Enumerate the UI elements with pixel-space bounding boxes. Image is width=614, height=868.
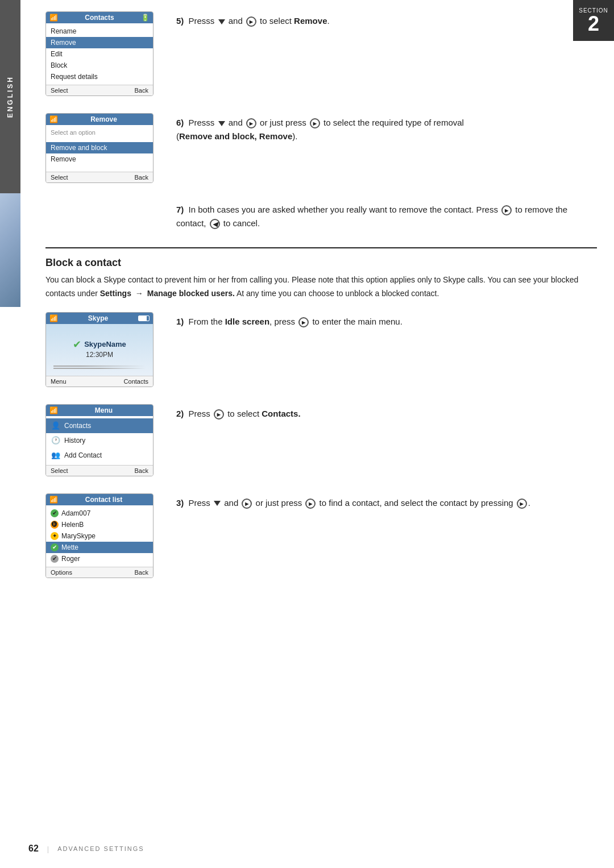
- mette-status-icon: ✔: [51, 543, 59, 551]
- block-step-2-row: 📶 Menu 👤 Contacts 🕐 History 👥: [45, 404, 597, 476]
- idle-footer: Menu Contacts: [46, 376, 153, 387]
- contacts-bold: Contacts.: [262, 409, 300, 418]
- block-step-2-screen: 📶 Menu 👤 Contacts 🕐 History 👥: [45, 404, 159, 476]
- ok-button-icon-3: ►: [310, 118, 320, 128]
- section-badge: SECTION 2: [573, 0, 614, 41]
- block-step-3-screen: 📶 Contact list ✔ Adam007 🅗 HelenB ✦: [45, 493, 159, 578]
- menu-item-remove-only: Remove: [46, 153, 153, 165]
- contact-roger: ✔ Roger: [46, 553, 153, 564]
- idle-title: Skype: [88, 314, 108, 322]
- block-step-3-text: 3) Press and ► or just press ► to find a…: [176, 493, 597, 510]
- footer-options: Options: [51, 569, 72, 576]
- manage-blocked-bold: Manage blocked users.: [147, 289, 235, 298]
- remove-screen: 📶 Remove Select an option Remove and blo…: [45, 113, 154, 183]
- ok-button-icon: ►: [246, 16, 256, 27]
- menu-contacts-label: Contacts: [64, 422, 91, 430]
- contacts-titlebar: 📶 Contacts 🔋: [46, 12, 153, 23]
- step-6-row: 📶 Remove Select an option Remove and blo…: [45, 113, 597, 183]
- remove-footer: Select Back: [46, 172, 153, 182]
- language-tab: ENGLISH: [0, 0, 20, 193]
- mary-name: MarySkype: [61, 532, 96, 540]
- menu-item-remove: Remove: [46, 37, 153, 48]
- menu-titlebar: 📶 Menu: [46, 405, 153, 416]
- step-7-number: 7): [176, 205, 184, 214]
- block-contact-title: Block a contact: [45, 257, 597, 269]
- menu-item-request: Request details: [46, 71, 153, 82]
- main-content: 📶 Contacts 🔋 Rename Remove Edit Block Re…: [28, 0, 614, 607]
- step-6-text: 6) Presss and ► or just press ► to selec…: [176, 113, 597, 143]
- contacts-menu-body: Rename Remove Edit Block Request details: [46, 23, 153, 85]
- history-icon: 🕐: [51, 435, 61, 446]
- signal-icon-2: 📶: [49, 115, 58, 123]
- remove-titlebar: 📶 Remove: [46, 114, 153, 125]
- contact-list-title: Contact list: [85, 496, 122, 504]
- ok-btn-contact-1: ►: [242, 499, 252, 509]
- menu-history-label: History: [64, 437, 85, 445]
- helen-status-icon: 🅗: [51, 521, 59, 529]
- block-step-3-row: 📶 Contact list ✔ Adam007 🅗 HelenB ✦: [45, 493, 597, 578]
- menu-item-block: Block: [46, 60, 153, 71]
- down-arrow-icon-2: [218, 121, 225, 126]
- signal-icon: 📶: [49, 14, 58, 22]
- footer-back-3: Back: [135, 467, 148, 474]
- step-5-number: 5): [176, 16, 184, 26]
- idle-menu: Menu: [51, 378, 67, 385]
- roger-name: Roger: [61, 555, 80, 563]
- footer-back-2: Back: [135, 174, 148, 181]
- adam-status-icon: ✔: [51, 509, 59, 517]
- step-6-number: 6): [176, 118, 184, 127]
- menu-screen: 📶 Menu 👤 Contacts 🕐 History 👥: [45, 404, 154, 476]
- block-step-1-number: 1): [176, 317, 184, 326]
- skype-name-display: SkypeName: [84, 340, 126, 348]
- step-5-bold: Remove: [294, 16, 327, 26]
- signal-icon-4: 📶: [49, 406, 58, 414]
- block-step-3-number: 3): [176, 498, 184, 508]
- signal-icon-3: 📶: [49, 314, 58, 322]
- block-step-1-screen: 📶 Skype ✔ SkypeName 12:30PM Menu: [45, 312, 159, 387]
- contacts-footer: Select Back: [46, 85, 153, 95]
- ok-button-icon-2: ►: [246, 118, 256, 128]
- select-option-label: Select an option: [46, 127, 153, 138]
- section-number: 2: [588, 14, 599, 34]
- step-5-screen: 📶 Contacts 🔋 Rename Remove Edit Block Re…: [45, 11, 159, 96]
- mette-name: Mette: [61, 543, 78, 551]
- menu-add-contact-item: 👥 Add Contact: [46, 448, 153, 463]
- menu-footer: Select Back: [46, 465, 153, 476]
- contact-mette: ✔ Mette: [46, 542, 153, 553]
- idle-screen-bold: Idle screen: [225, 317, 269, 326]
- idle-contacts: Contacts: [124, 378, 148, 385]
- footer-select: Select: [51, 87, 68, 94]
- idle-screen: 📶 Skype ✔ SkypeName 12:30PM Menu: [45, 312, 154, 387]
- step-7-text: 7) In both cases you are asked whether y…: [176, 200, 597, 230]
- contacts-screen: 📶 Contacts 🔋 Rename Remove Edit Block Re…: [45, 11, 154, 96]
- idle-titlebar: 📶 Skype: [46, 313, 153, 324]
- contact-list-screen: 📶 Contact list ✔ Adam007 🅗 HelenB ✦: [45, 493, 154, 578]
- menu-item-rename: Rename: [46, 26, 153, 37]
- contact-mary: ✦ MarySkype: [46, 530, 153, 542]
- battery-bar: [138, 315, 150, 321]
- step-3-and: and: [224, 498, 238, 508]
- arrow-icon: →: [135, 287, 143, 301]
- ok-btn-menu: ►: [214, 409, 224, 420]
- section-divider: [45, 247, 597, 248]
- down-arrow-icon: [218, 19, 225, 24]
- contact-list-titlebar: 📶 Contact list: [46, 494, 153, 505]
- menu-add-contact-label: Add Contact: [64, 451, 102, 459]
- step-5-row: 📶 Contacts 🔋 Rename Remove Edit Block Re…: [45, 11, 597, 96]
- adam-name: Adam007: [61, 509, 90, 517]
- block-step-2-text: 2) Press ► to select Contacts.: [176, 404, 597, 421]
- contacts-icon: 👤: [51, 421, 61, 431]
- ok-btn-contact-3: ►: [517, 499, 527, 509]
- footer-back: Back: [135, 87, 148, 94]
- battery-icon: 🔋: [141, 14, 150, 22]
- block-step-1-text: 1) From the Idle screen, press ► to ente…: [176, 312, 597, 329]
- menu-title: Menu: [95, 406, 113, 414]
- step-6-screen: 📶 Remove Select an option Remove and blo…: [45, 113, 159, 183]
- add-contact-icon: 👥: [51, 450, 61, 460]
- portrait-image: [0, 193, 20, 307]
- skype-status-icon: ✔: [73, 338, 81, 351]
- step-5-and: and: [229, 16, 243, 26]
- menu-item-edit: Edit: [46, 48, 153, 60]
- menu-contacts-item: 👤 Contacts: [46, 418, 153, 433]
- contact-helen: 🅗 HelenB: [46, 519, 153, 530]
